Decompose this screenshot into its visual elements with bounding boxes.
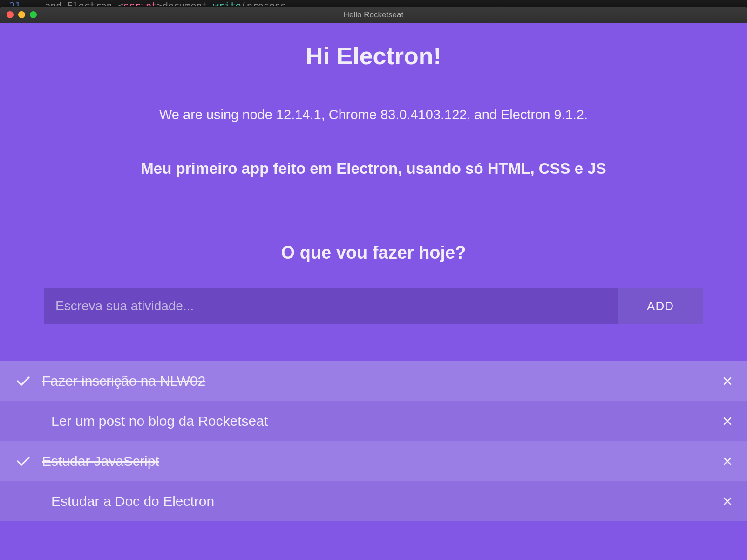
delete-todo-icon[interactable] <box>722 496 733 507</box>
input-row: ADD <box>44 288 703 324</box>
minimize-window-button[interactable] <box>18 11 25 18</box>
window-title: Hello Rocketseat <box>344 10 404 20</box>
todo-text: Ler um post no blog da Rocketseat <box>51 413 722 429</box>
todo-question: O que vou fazer hoje? <box>0 243 747 263</box>
app-body: Hi Electron! We are using node 12.14.1, … <box>0 23 747 560</box>
app-subtitle: Meu primeiro app feito em Electron, usan… <box>0 160 747 178</box>
check-icon <box>14 414 42 428</box>
todo-item[interactable]: Fazer inscrição na NLW02 <box>0 361 747 401</box>
app-window: Hello Rocketseat Hi Electron! We are usi… <box>0 7 747 560</box>
todo-item[interactable]: Estudar JavaScript <box>0 441 747 481</box>
check-icon <box>14 374 33 388</box>
todo-item[interactable]: Estudar a Doc do Electron <box>0 481 747 521</box>
todo-item[interactable]: Ler um post no blog da Rocketseat <box>0 401 747 441</box>
delete-todo-icon[interactable] <box>722 416 733 427</box>
traffic-lights <box>7 11 37 18</box>
maximize-window-button[interactable] <box>30 11 37 18</box>
version-info: We are using node 12.14.1, Chrome 83.0.4… <box>0 107 747 123</box>
check-icon <box>14 454 33 468</box>
todo-list: Fazer inscrição na NLW02Ler um post no b… <box>0 361 747 521</box>
check-icon <box>14 494 42 508</box>
code-editor-fragment: 21 and Electron <script>document.write(p… <box>0 0 747 6</box>
delete-todo-icon[interactable] <box>722 456 733 467</box>
activity-input[interactable] <box>44 288 618 324</box>
add-button[interactable]: ADD <box>618 288 703 324</box>
delete-todo-icon[interactable] <box>722 376 733 387</box>
todo-text: Fazer inscrição na NLW02 <box>42 373 722 389</box>
page-title: Hi Electron! <box>0 42 747 70</box>
todo-text: Estudar JavaScript <box>42 453 722 469</box>
title-bar: Hello Rocketseat <box>0 7 747 23</box>
todo-text: Estudar a Doc do Electron <box>51 493 722 509</box>
close-window-button[interactable] <box>7 11 14 18</box>
